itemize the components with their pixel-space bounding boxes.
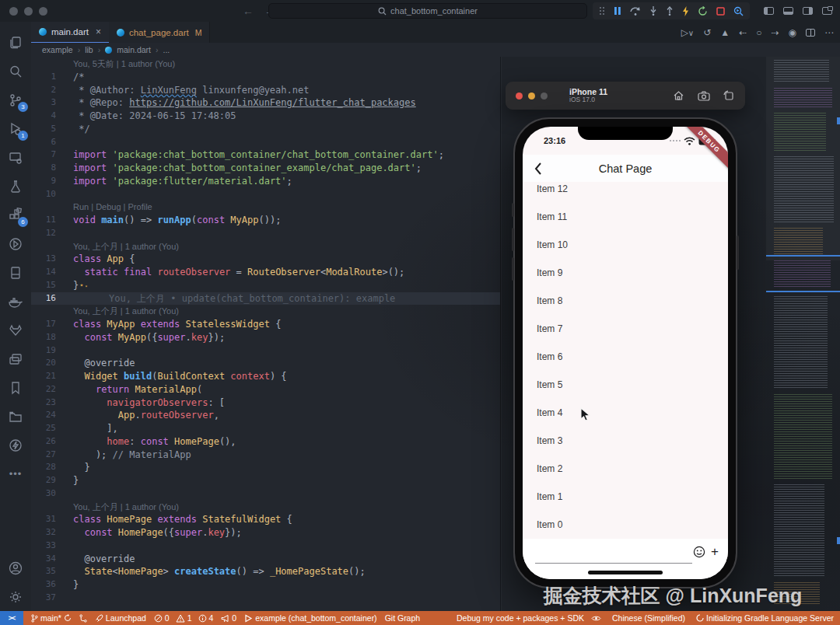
list-item[interactable]: Item 5: [523, 376, 728, 404]
breadcrumb-symbol[interactable]: ...: [163, 45, 170, 54]
sidebar-item-project-manager[interactable]: [0, 402, 31, 431]
nav-dot-icon[interactable]: ○: [756, 27, 761, 38]
list-item[interactable]: Item 1: [523, 488, 728, 516]
minimap[interactable]: [766, 57, 840, 611]
tab-chat-page-dart[interactable]: chat_page.dart M: [109, 22, 210, 43]
accounts-button[interactable]: [0, 553, 31, 582]
run-marker-icon[interactable]: ◉: [789, 27, 796, 38]
attach-icon[interactable]: [733, 6, 744, 16]
list-item[interactable]: Item 10: [523, 236, 728, 264]
close-window-icon[interactable]: [9, 7, 18, 16]
sidebar-item-run-tool[interactable]: [0, 229, 31, 258]
sidebar-item-explorer[interactable]: [0, 28, 31, 57]
sidebar-item-bookmarks[interactable]: [0, 373, 31, 402]
window-controls[interactable]: [9, 7, 47, 16]
more-actions-icon[interactable]: ⋯: [824, 27, 834, 38]
sidebar-item-remote-explorer[interactable]: [0, 143, 31, 172]
dart-file-icon: [117, 29, 124, 37]
rotate-icon[interactable]: [723, 90, 734, 101]
debug-target-status[interactable]: example (chat_bottom_container): [244, 613, 376, 623]
language-mode-status[interactable]: Chinese (Simplified): [612, 613, 685, 623]
scm-badge: 3: [18, 102, 28, 112]
timeline-icon[interactable]: ↺: [703, 27, 711, 38]
zoom-window-icon[interactable]: [541, 93, 548, 100]
hot-reload-icon[interactable]: [682, 6, 689, 16]
flutter-debug-mode-status[interactable]: Debug my code + packages + SDK: [457, 613, 601, 623]
list-item[interactable]: Item 8: [523, 292, 728, 320]
list-item[interactable]: Item 4: [523, 404, 728, 432]
spinner-icon: [696, 614, 704, 622]
branch-status[interactable]: main*: [31, 613, 72, 623]
breadcrumb-lib[interactable]: lib: [85, 45, 93, 54]
toggle-panel-icon[interactable]: [783, 7, 793, 15]
sidebar-item-extensions[interactable]: 6: [0, 201, 31, 229]
close-window-icon[interactable]: [516, 93, 523, 100]
close-tab-icon[interactable]: ×: [96, 26, 101, 37]
sidebar-item-docker[interactable]: [0, 287, 31, 316]
emoji-icon[interactable]: [693, 546, 705, 558]
codegeex-icon[interactable]: ▲: [720, 27, 730, 38]
list-item[interactable]: Item 7: [523, 320, 728, 348]
command-center-search[interactable]: chat_bottom_container: [268, 3, 587, 19]
sidebar-item-notebook[interactable]: [0, 258, 31, 287]
sidebar-item-run-debug[interactable]: 1: [0, 114, 31, 143]
minimize-window-icon[interactable]: [528, 93, 535, 100]
code-line[interactable]: 16You, 上个月 • update(chat_bottom_containe…: [31, 292, 500, 306]
stop-icon[interactable]: [716, 7, 725, 16]
chat-item-list[interactable]: Item 12Item 11Item 10Item 9Item 8Item 7I…: [523, 180, 728, 544]
problems-status[interactable]: 0 1 4: [154, 613, 214, 623]
search-icon: [8, 64, 23, 79]
screenshot-icon[interactable]: [698, 91, 710, 101]
launchpad-status[interactable]: Launchpad: [95, 613, 146, 623]
toggle-secondary-sidebar-icon[interactable]: [803, 7, 813, 15]
sidebar-item-thunder-client[interactable]: [0, 431, 31, 459]
list-item[interactable]: Item 6: [523, 348, 728, 376]
list-item[interactable]: Item 11: [523, 208, 728, 236]
step-over-icon[interactable]: [630, 6, 641, 16]
feedback-status[interactable]: 0: [221, 613, 236, 623]
step-into-icon[interactable]: [649, 6, 657, 16]
sidebar-item-testing[interactable]: [0, 172, 31, 201]
list-item[interactable]: Item 2: [523, 460, 728, 488]
zoom-window-icon[interactable]: [39, 7, 47, 16]
tab-main-dart[interactable]: main.dart ×: [31, 22, 109, 43]
add-attachment-icon[interactable]: +: [711, 545, 719, 558]
gradle-status[interactable]: Initializing Gradle Language Server: [696, 613, 834, 623]
sidebar-item-gitlab[interactable]: [0, 316, 31, 344]
sidebar-item-search[interactable]: [0, 57, 31, 86]
breadcrumb-file[interactable]: main.dart: [117, 45, 151, 54]
nav-back-icon[interactable]: ⇠: [739, 27, 747, 38]
pause-icon[interactable]: [614, 6, 621, 16]
toggle-sidebar-icon[interactable]: [764, 7, 774, 15]
code-line[interactable]: 4 * @Date: 2024-06-15 17:48:05: [31, 110, 840, 123]
more-views-button[interactable]: •••: [0, 459, 31, 488]
list-item[interactable]: Item 9: [523, 264, 728, 292]
cellular-icon: [670, 140, 681, 141]
nav-forward-icon[interactable]: ⇢: [771, 27, 779, 38]
settings-button[interactable]: [0, 582, 31, 611]
text-input-underline[interactable]: [535, 563, 692, 564]
simulator-title-bar[interactable]: iPhone 11 iOS 17.0: [506, 82, 745, 110]
sidebar-item-windows[interactable]: [0, 344, 31, 373]
list-item[interactable]: Item 12: [523, 180, 728, 208]
home-icon[interactable]: [673, 90, 684, 101]
simulator-window-controls[interactable]: [516, 93, 548, 100]
compare-icon: [79, 614, 87, 623]
breadcrumb-example[interactable]: example: [42, 45, 73, 54]
git-graph-status[interactable]: Git Graph: [385, 613, 421, 623]
remote-indicator[interactable]: ><: [0, 611, 23, 625]
breadcrumb[interactable]: example › lib › main.dart › ...: [31, 43, 840, 57]
notebook-icon: [8, 265, 23, 281]
power-button: [737, 236, 739, 270]
restart-icon[interactable]: [698, 6, 708, 16]
minimize-window-icon[interactable]: [24, 7, 33, 16]
split-editor-icon[interactable]: [806, 29, 815, 37]
list-item[interactable]: Item 3: [523, 432, 728, 460]
step-out-icon[interactable]: [666, 6, 674, 16]
drag-handle-icon[interactable]: [599, 6, 605, 16]
sidebar-item-source-control[interactable]: 3: [0, 86, 31, 114]
customize-layout-icon[interactable]: [822, 7, 832, 15]
run-debug-file-button[interactable]: ▷∨: [681, 27, 695, 38]
history-back-icon[interactable]: ←: [243, 5, 254, 17]
gitlens-compare[interactable]: [79, 614, 87, 623]
